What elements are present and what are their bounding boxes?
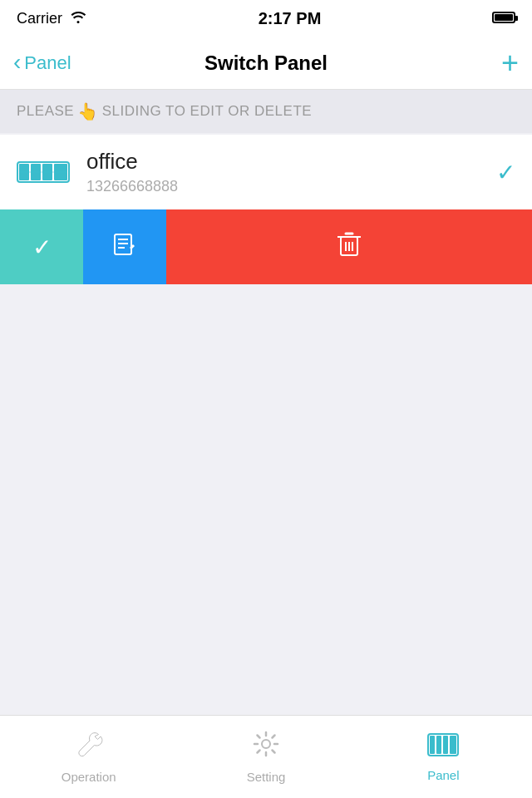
carrier-label: Carrier xyxy=(17,10,62,27)
chevron-left-icon: ‹ xyxy=(13,51,21,74)
main-content: PLEASE 👆 SLIDING TO EDIT OR DELETE offic… xyxy=(0,90,532,715)
back-button[interactable]: ‹ Panel xyxy=(13,52,71,74)
item-name: office xyxy=(86,149,496,175)
panel-list: office 13266668888 ✓ ✓ xyxy=(0,135,532,284)
wifi-icon xyxy=(69,10,87,27)
edit-action-button[interactable] xyxy=(83,209,166,284)
svg-rect-20 xyxy=(443,736,448,754)
confirm-action-button[interactable]: ✓ xyxy=(0,209,83,284)
status-time: 2:17 PM xyxy=(259,9,322,28)
tab-panel-label: Panel xyxy=(427,768,459,782)
empty-content-area xyxy=(0,284,532,715)
add-button[interactable]: + xyxy=(501,48,519,78)
check-icon: ✓ xyxy=(496,159,515,186)
switch-icon xyxy=(17,157,70,187)
svg-point-16 xyxy=(262,740,270,748)
page-title: Switch Panel xyxy=(204,52,328,75)
wrench-icon xyxy=(75,730,103,765)
edit-icon xyxy=(111,231,138,264)
tab-setting-label: Setting xyxy=(247,770,286,784)
panel-icon xyxy=(427,732,459,763)
tab-operation-label: Operation xyxy=(62,770,116,784)
tab-operation[interactable]: Operation xyxy=(0,716,177,798)
back-label: Panel xyxy=(24,52,71,74)
gear-icon xyxy=(252,730,280,765)
delete-action-button[interactable] xyxy=(166,209,532,284)
tab-panel[interactable]: Panel xyxy=(355,716,532,798)
battery-icon xyxy=(492,10,515,27)
tab-bar: Operation Setting Panel xyxy=(0,715,532,798)
svg-rect-18 xyxy=(430,736,435,754)
hint-text-after: SLIDING TO EDIT OR DELETE xyxy=(102,103,312,120)
swipe-action-bar: ✓ xyxy=(0,209,532,284)
table-row[interactable]: office 13266668888 ✓ xyxy=(0,135,532,209)
hint-banner: PLEASE 👆 SLIDING TO EDIT OR DELETE xyxy=(0,90,532,133)
hint-text-before: PLEASE xyxy=(17,103,74,120)
status-bar: Carrier 2:17 PM xyxy=(0,0,532,37)
item-details: office 13266668888 xyxy=(86,149,496,195)
confirm-icon: ✓ xyxy=(32,234,52,261)
trash-icon xyxy=(336,229,362,265)
nav-bar: ‹ Panel Switch Panel + xyxy=(0,37,532,90)
svg-rect-19 xyxy=(436,736,441,754)
item-number: 13266668888 xyxy=(86,178,496,195)
svg-rect-21 xyxy=(450,736,456,754)
point-icon: 👆 xyxy=(77,101,99,121)
tab-setting[interactable]: Setting xyxy=(177,716,354,798)
